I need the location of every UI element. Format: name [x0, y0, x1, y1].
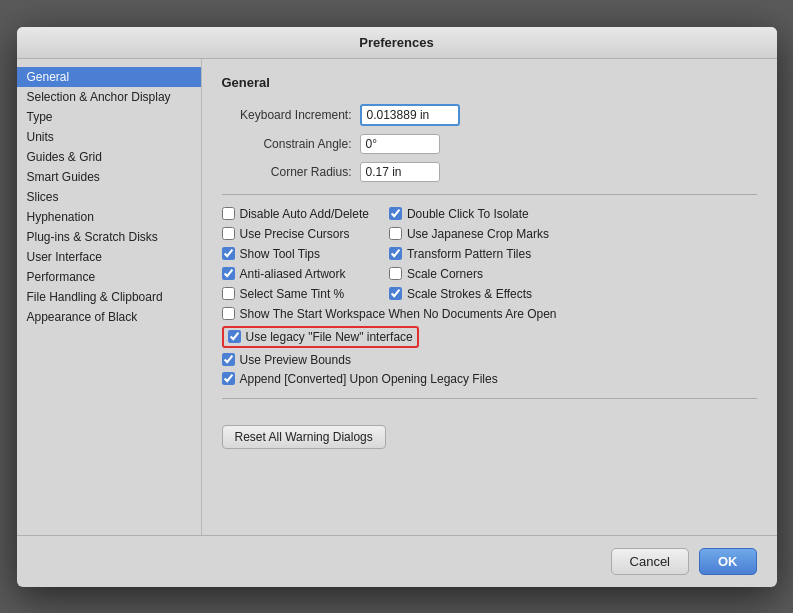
checkbox-show-start-workspace-label: Show The Start Workspace When No Documen…	[240, 307, 557, 321]
checkbox-use-preview-bounds-label: Use Preview Bounds	[240, 353, 351, 367]
checkbox-double-click[interactable]: Double Click To Isolate	[389, 207, 549, 221]
keyboard-increment-input[interactable]	[360, 104, 460, 126]
cancel-button[interactable]: Cancel	[611, 548, 689, 575]
main-content: General Keyboard Increment: Constrain An…	[202, 59, 777, 535]
checkbox-transform-pattern[interactable]: Transform Pattern Tiles	[389, 247, 549, 261]
checkbox-legacy-file-new-label: Use legacy "File New" interface	[246, 330, 413, 344]
checkbox-disable-auto[interactable]: Disable Auto Add/Delete	[222, 207, 369, 221]
checkbox-japanese-crop-input[interactable]	[389, 227, 402, 240]
sidebar-item-performance[interactable]: Performance	[17, 267, 201, 287]
divider-1	[222, 194, 757, 195]
divider-2	[222, 398, 757, 399]
checkbox-show-start-workspace-input[interactable]	[222, 307, 235, 320]
checkboxes-left-col: Disable Auto Add/Delete Use Precise Curs…	[222, 207, 369, 301]
checkbox-japanese-crop-label: Use Japanese Crop Marks	[407, 227, 549, 241]
checkbox-double-click-label: Double Click To Isolate	[407, 207, 529, 221]
checkbox-show-tooltips-input[interactable]	[222, 247, 235, 260]
sidebar-item-type[interactable]: Type	[17, 107, 201, 127]
reset-warning-dialogs-button[interactable]: Reset All Warning Dialogs	[222, 425, 386, 449]
sidebar-item-guides-grid[interactable]: Guides & Grid	[17, 147, 201, 167]
sidebar: General Selection & Anchor Display Type …	[17, 59, 202, 535]
checkbox-select-same-tint[interactable]: Select Same Tint %	[222, 287, 369, 301]
checkbox-scale-corners[interactable]: Scale Corners	[389, 267, 549, 281]
keyboard-increment-row: Keyboard Increment:	[222, 104, 757, 126]
constrain-angle-input[interactable]	[360, 134, 440, 154]
sidebar-item-slices[interactable]: Slices	[17, 187, 201, 207]
sidebar-item-general[interactable]: General	[17, 67, 201, 87]
section-title: General	[222, 75, 757, 90]
sidebar-item-selection-anchor[interactable]: Selection & Anchor Display	[17, 87, 201, 107]
checkbox-transform-pattern-label: Transform Pattern Tiles	[407, 247, 531, 261]
reset-button-label: Reset All Warning Dialogs	[235, 430, 373, 444]
checkbox-scale-strokes[interactable]: Scale Strokes & Effects	[389, 287, 549, 301]
checkbox-transform-pattern-input[interactable]	[389, 247, 402, 260]
checkbox-anti-aliased-input[interactable]	[222, 267, 235, 280]
keyboard-increment-label: Keyboard Increment:	[222, 108, 352, 122]
checkbox-select-same-tint-label: Select Same Tint %	[240, 287, 345, 301]
checkboxes-area: Disable Auto Add/Delete Use Precise Curs…	[222, 207, 757, 301]
checkbox-scale-strokes-input[interactable]	[389, 287, 402, 300]
sidebar-item-units[interactable]: Units	[17, 127, 201, 147]
checkbox-disable-auto-input[interactable]	[222, 207, 235, 220]
title-bar: Preferences	[17, 27, 777, 59]
sidebar-item-plugins[interactable]: Plug-ins & Scratch Disks	[17, 227, 201, 247]
ok-button[interactable]: OK	[699, 548, 757, 575]
checkbox-japanese-crop[interactable]: Use Japanese Crop Marks	[389, 227, 549, 241]
constrain-angle-label: Constrain Angle:	[222, 137, 352, 151]
checkbox-scale-corners-input[interactable]	[389, 267, 402, 280]
checkbox-select-same-tint-input[interactable]	[222, 287, 235, 300]
checkbox-anti-aliased-label: Anti-aliased Artwork	[240, 267, 346, 281]
checkbox-scale-strokes-label: Scale Strokes & Effects	[407, 287, 532, 301]
sidebar-item-appearance-black[interactable]: Appearance of Black	[17, 307, 201, 327]
checkbox-legacy-file-new[interactable]: Use legacy "File New" interface	[222, 326, 419, 348]
sidebar-item-user-interface[interactable]: User Interface	[17, 247, 201, 267]
checkbox-use-preview-bounds-input[interactable]	[222, 353, 235, 366]
ok-label: OK	[718, 554, 738, 569]
preferences-dialog: Preferences General Selection & Anchor D…	[17, 27, 777, 587]
checkbox-show-start-workspace[interactable]: Show The Start Workspace When No Documen…	[222, 307, 757, 321]
corner-radius-input[interactable]	[360, 162, 440, 182]
checkbox-append-converted-input[interactable]	[222, 372, 235, 385]
corner-radius-row: Corner Radius:	[222, 162, 757, 182]
checkbox-show-tooltips-label: Show Tool Tips	[240, 247, 321, 261]
dialog-body: General Selection & Anchor Display Type …	[17, 59, 777, 535]
checkbox-legacy-file-new-input[interactable]	[228, 330, 241, 343]
highlighted-checkbox-container: Use legacy "File New" interface	[222, 326, 757, 348]
dialog-footer: Cancel OK	[17, 535, 777, 587]
checkbox-append-converted-label: Append [Converted] Upon Opening Legacy F…	[240, 372, 498, 386]
sidebar-item-file-handling[interactable]: File Handling & Clipboard	[17, 287, 201, 307]
cancel-label: Cancel	[630, 554, 670, 569]
checkboxes-right-col: Double Click To Isolate Use Japanese Cro…	[389, 207, 549, 301]
checkbox-precise-cursors[interactable]: Use Precise Cursors	[222, 227, 369, 241]
checkbox-disable-auto-label: Disable Auto Add/Delete	[240, 207, 369, 221]
dialog-title: Preferences	[359, 35, 433, 50]
full-width-checkboxes: Show The Start Workspace When No Documen…	[222, 307, 757, 386]
corner-radius-label: Corner Radius:	[222, 165, 352, 179]
sidebar-item-hyphenation[interactable]: Hyphenation	[17, 207, 201, 227]
checkbox-precise-cursors-label: Use Precise Cursors	[240, 227, 350, 241]
checkbox-anti-aliased[interactable]: Anti-aliased Artwork	[222, 267, 369, 281]
constrain-angle-row: Constrain Angle:	[222, 134, 757, 154]
checkbox-use-preview-bounds[interactable]: Use Preview Bounds	[222, 353, 757, 367]
checkbox-show-tooltips[interactable]: Show Tool Tips	[222, 247, 369, 261]
checkbox-precise-cursors-input[interactable]	[222, 227, 235, 240]
checkbox-double-click-input[interactable]	[389, 207, 402, 220]
checkbox-append-converted[interactable]: Append [Converted] Upon Opening Legacy F…	[222, 372, 757, 386]
sidebar-item-smart-guides[interactable]: Smart Guides	[17, 167, 201, 187]
checkbox-scale-corners-label: Scale Corners	[407, 267, 483, 281]
